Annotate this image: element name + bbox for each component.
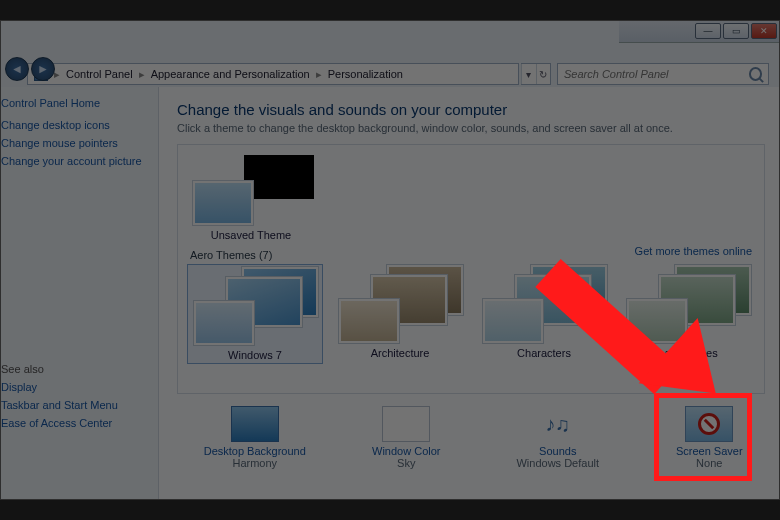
window-color-icon xyxy=(382,406,430,442)
theme-label: Windows 7 xyxy=(190,349,320,361)
breadcrumb[interactable]: ▸ Control Panel ▸ Appearance and Persona… xyxy=(27,63,519,85)
sidebar-taskbar-start-menu[interactable]: Taskbar and Start Menu xyxy=(1,399,150,411)
nav-back-button[interactable]: ◄ xyxy=(5,57,29,81)
see-also-heading: See also xyxy=(1,363,150,375)
search-box[interactable] xyxy=(557,63,769,85)
theme-label: Landscapes xyxy=(622,347,754,359)
breadcrumb-refresh-button[interactable]: ↻ xyxy=(536,64,551,84)
page-subtitle: Click a theme to change the desktop back… xyxy=(177,122,765,134)
sounds-label: Sounds xyxy=(502,445,614,457)
theme-label: Characters xyxy=(478,347,610,359)
theme-architecture[interactable]: Architecture xyxy=(334,265,466,363)
desktop-background-value: Harmony xyxy=(199,457,311,469)
theme-characters[interactable]: Characters xyxy=(478,265,610,363)
sounds-button[interactable]: ♪♫ Sounds Windows Default xyxy=(502,406,614,469)
search-input[interactable] xyxy=(564,68,749,80)
main-content: Change the visuals and sounds on your co… xyxy=(159,87,779,499)
minimize-button[interactable]: — xyxy=(695,23,721,39)
chevron-right-icon: ▸ xyxy=(139,68,145,81)
desktop-background-button[interactable]: Desktop Background Harmony xyxy=(199,406,311,469)
screen-saver-button[interactable]: Screen Saver None xyxy=(654,406,766,469)
nav-forward-button[interactable]: ► xyxy=(31,57,55,81)
theme-landscapes[interactable]: Landscapes xyxy=(622,265,754,363)
screen-saver-label: Screen Saver xyxy=(654,445,766,457)
window-titlebar-controls: — ▭ ✕ xyxy=(619,21,779,43)
sidebar-change-account-picture[interactable]: Change your account picture xyxy=(1,155,150,167)
breadcrumb-appearance[interactable]: Appearance and Personalization xyxy=(151,68,310,80)
breadcrumb-dropdown-button[interactable]: ▾ xyxy=(521,64,536,84)
theme-windows7[interactable]: Windows 7 xyxy=(188,265,322,363)
breadcrumb-personalization[interactable]: Personalization xyxy=(328,68,403,80)
theme-unsaved[interactable]: Unsaved Theme xyxy=(188,155,314,241)
sidebar-change-mouse-pointers[interactable]: Change mouse pointers xyxy=(1,137,150,149)
sounds-icon: ♪♫ xyxy=(540,406,576,442)
personalization-window: — ▭ ✕ ◄ ► ▸ Control Panel ▸ Appearance a… xyxy=(0,20,780,500)
desktop-background-label: Desktop Background xyxy=(199,445,311,457)
sidebar-ease-of-access[interactable]: Ease of Access Center xyxy=(1,417,150,429)
close-button[interactable]: ✕ xyxy=(751,23,777,39)
window-color-button[interactable]: Window Color Sky xyxy=(351,406,463,469)
sidebar-change-desktop-icons[interactable]: Change desktop icons xyxy=(1,119,150,131)
breadcrumb-tail-buttons: ▾ ↻ xyxy=(521,63,551,85)
sounds-value: Windows Default xyxy=(502,457,614,469)
themes-panel: Unsaved Theme Get more themes online Aer… xyxy=(177,144,765,394)
sidebar-display[interactable]: Display xyxy=(1,381,150,393)
prohibit-icon xyxy=(698,413,720,435)
sidebar: Control Panel Home Change desktop icons … xyxy=(1,87,159,499)
bottom-options-row: Desktop Background Harmony Window Color … xyxy=(177,406,765,469)
desktop-background-icon xyxy=(231,406,279,442)
maximize-button[interactable]: ▭ xyxy=(723,23,749,39)
control-panel-home-link[interactable]: Control Panel Home xyxy=(1,97,150,109)
window-color-label: Window Color xyxy=(351,445,463,457)
screen-saver-value: None xyxy=(654,457,766,469)
get-more-themes-link[interactable]: Get more themes online xyxy=(635,245,752,257)
page-title: Change the visuals and sounds on your co… xyxy=(177,101,765,118)
theme-label: Architecture xyxy=(334,347,466,359)
breadcrumb-root[interactable]: Control Panel xyxy=(66,68,133,80)
window-color-value: Sky xyxy=(351,457,463,469)
chevron-right-icon: ▸ xyxy=(316,68,322,81)
search-icon xyxy=(749,67,762,81)
theme-label: Unsaved Theme xyxy=(188,229,314,241)
screen-saver-icon xyxy=(685,406,733,442)
